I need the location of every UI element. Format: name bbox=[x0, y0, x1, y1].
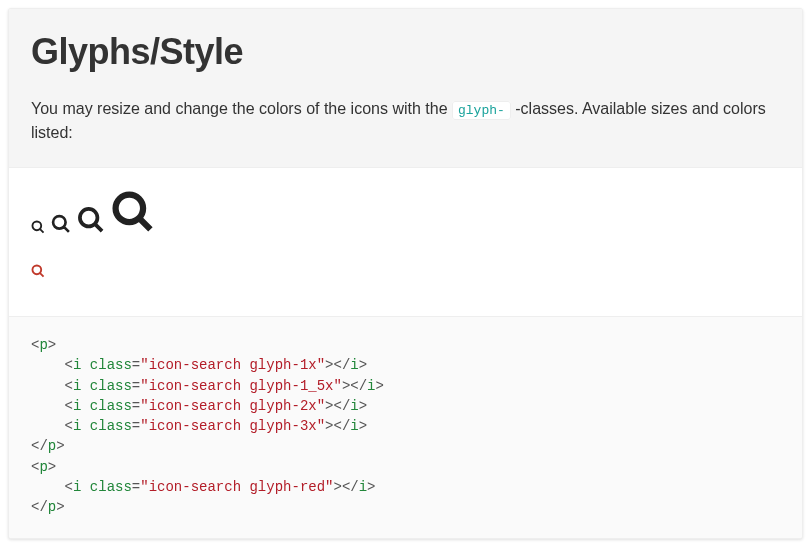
search-icon bbox=[77, 206, 105, 234]
search-icon bbox=[51, 214, 71, 234]
icon-color-row bbox=[31, 264, 780, 282]
demo-area bbox=[9, 168, 802, 316]
search-icon bbox=[31, 264, 45, 278]
desc-text-before: You may resize and change the colors of … bbox=[31, 100, 452, 117]
card-header: Glyphs/Style You may resize and change t… bbox=[9, 9, 802, 168]
search-icon bbox=[111, 190, 155, 234]
code-example: <p> <i class="icon-search glyph-1x"></i>… bbox=[9, 316, 802, 538]
page-description: You may resize and change the colors of … bbox=[31, 97, 780, 145]
search-icon bbox=[31, 220, 45, 234]
style-guide-card: Glyphs/Style You may resize and change t… bbox=[8, 8, 803, 539]
page-title: Glyphs/Style bbox=[31, 31, 780, 73]
icon-size-row bbox=[31, 190, 780, 234]
inline-code-glyph: glyph- bbox=[452, 101, 511, 120]
